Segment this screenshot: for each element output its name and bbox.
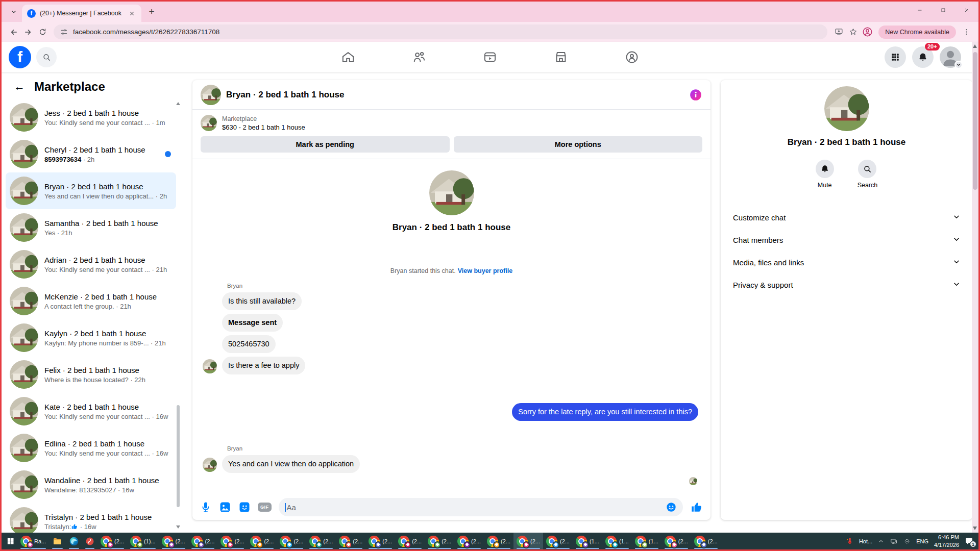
- taskbar-chrome-window[interactable]: (2...: [159, 533, 188, 549]
- scroll-up-arrow[interactable]: [176, 102, 180, 105]
- file-explorer-button[interactable]: [49, 533, 66, 549]
- taskbar-chrome-window[interactable]: (2...: [247, 533, 277, 549]
- browser-tab[interactable]: f (20+) Messenger | Facebook: [22, 5, 141, 22]
- mark-as-pending-button[interactable]: Mark as pending: [201, 136, 450, 153]
- capture-circle-icon[interactable]: [903, 538, 911, 545]
- details-section-privacy-support[interactable]: Privacy & support: [721, 273, 972, 296]
- page-scrollbar[interactable]: [972, 42, 978, 533]
- scroll-thumb[interactable]: [973, 52, 977, 190]
- emoji-icon[interactable]: [666, 502, 677, 513]
- taskbar-chrome-window[interactable]: Ra...: [17, 533, 49, 549]
- forward-button[interactable]: [21, 25, 35, 39]
- taskbar-chrome-window[interactable]: (1...: [632, 533, 662, 549]
- edge-browser-button[interactable]: [66, 533, 82, 549]
- watch-icon[interactable]: [483, 51, 497, 64]
- thermometer-icon[interactable]: [846, 537, 853, 545]
- taskbar-chrome-window[interactable]: (2...: [188, 533, 218, 549]
- update-chrome-pill[interactable]: New Chrome available: [878, 26, 956, 39]
- close-button[interactable]: [955, 2, 978, 19]
- install-icon[interactable]: [831, 25, 846, 39]
- search-in-chat-button[interactable]: Search: [857, 160, 878, 189]
- conversation-item[interactable]: Jess · 2 bed 1 bath 1 houseYou: Kindly s…: [6, 99, 176, 136]
- account-avatar[interactable]: [940, 46, 961, 68]
- taskbar-app-button[interactable]: [82, 533, 97, 549]
- sidebar-scrollbar[interactable]: [176, 102, 181, 529]
- profile-icon[interactable]: [860, 25, 874, 39]
- site-controls-icon[interactable]: [60, 28, 68, 36]
- conversation-item[interactable]: Samantha · 2 bed 1 bath 1 houseYes · 21h: [6, 209, 176, 246]
- notifications-button[interactable]: 20+: [912, 46, 934, 68]
- conversation-item[interactable]: McKenzie · 2 bed 1 bath 1 houseA contact…: [6, 283, 176, 319]
- conversation-item[interactable]: Kaylyn · 2 bed 1 bath 1 houseKaylyn: My …: [6, 319, 176, 356]
- taskbar-chrome-window[interactable]: (1...: [573, 533, 602, 549]
- incoming-message[interactable]: Is there a fee to apply: [222, 357, 305, 374]
- incoming-message[interactable]: 5025465730: [222, 335, 276, 353]
- tray-app-label[interactable]: Hot...: [859, 538, 872, 544]
- message-input[interactable]: Aa: [279, 498, 683, 516]
- scroll-down-arrow[interactable]: [973, 527, 977, 530]
- scroll-down-arrow[interactable]: [176, 525, 180, 529]
- taskbar-chrome-window[interactable]: (2...: [306, 533, 336, 549]
- taskbar-chrome-window[interactable]: (2...: [454, 533, 484, 549]
- taskbar-chrome-window[interactable]: (2...: [691, 533, 721, 549]
- conversation-item[interactable]: Bryan · 2 bed 1 bath 1 houseYes and can …: [6, 172, 176, 209]
- taskbar-chrome-window[interactable]: (2...: [513, 533, 543, 549]
- back-button[interactable]: [7, 25, 21, 39]
- tab-close-icon[interactable]: [128, 9, 136, 18]
- conversation-item[interactable]: Kate · 2 bed 1 bath 1 houseYou: Kindly s…: [6, 393, 176, 430]
- gif-icon[interactable]: GIF: [258, 503, 272, 512]
- taskbar-chrome-window[interactable]: (2...: [543, 533, 573, 549]
- address-bar[interactable]: facebook.com/messages/t/2626227833671170…: [54, 24, 827, 39]
- thumbs-up-icon[interactable]: [690, 500, 703, 514]
- network-icon[interactable]: [890, 538, 898, 545]
- taskbar-chrome-window[interactable]: (2...: [484, 533, 513, 549]
- clock[interactable]: 6:46 PM 4/17/2026: [934, 534, 959, 548]
- tab-search-button[interactable]: [7, 5, 21, 19]
- maximize-button[interactable]: [932, 2, 955, 19]
- more-options-button[interactable]: More options: [454, 136, 703, 153]
- incoming-message[interactable]: Message sent: [222, 314, 283, 332]
- header-search-button[interactable]: [36, 47, 57, 67]
- microphone-icon[interactable]: [200, 501, 212, 513]
- taskbar-chrome-window[interactable]: (1)...: [127, 533, 159, 549]
- minimize-button[interactable]: [908, 2, 932, 19]
- taskbar-chrome-window[interactable]: (1...: [602, 533, 632, 549]
- taskbar-chrome-window[interactable]: (2...: [217, 533, 247, 549]
- taskbar-chrome-window[interactable]: (2...: [277, 533, 306, 549]
- conversation-item[interactable]: Cheryl · 2 bed 1 bath 1 house8593973634 …: [6, 136, 176, 172]
- conversation-item[interactable]: Adrian · 2 bed 1 bath 1 houseYou: Kindly…: [6, 246, 176, 283]
- groups-icon[interactable]: [625, 51, 639, 64]
- conversation-item[interactable]: Wandaline · 2 bed 1 bath 1 houseWandalin…: [6, 466, 176, 503]
- menu-kebab-icon[interactable]: [959, 25, 973, 39]
- start-button[interactable]: [4, 533, 17, 549]
- friends-icon[interactable]: [412, 51, 426, 64]
- incoming-message[interactable]: Yes and can I view then do application: [222, 455, 360, 473]
- apps-grid-button[interactable]: [885, 46, 906, 68]
- back-arrow-icon[interactable]: ←: [14, 80, 25, 93]
- home-icon[interactable]: [341, 51, 355, 64]
- language-indicator[interactable]: ENG: [916, 538, 928, 544]
- view-buyer-profile-link[interactable]: View buyer profile: [458, 267, 512, 274]
- scroll-thumb[interactable]: [177, 405, 180, 508]
- marketplace-icon[interactable]: [554, 51, 568, 64]
- details-section-customize-chat[interactable]: Customize chat: [721, 206, 972, 229]
- bookmark-star-icon[interactable]: [846, 25, 860, 39]
- taskbar-chrome-window[interactable]: (2...: [425, 533, 454, 549]
- image-icon[interactable]: [219, 501, 231, 513]
- conversation-item[interactable]: Edlina · 2 bed 1 bath 1 houseYou: Kindly…: [6, 430, 176, 466]
- sticker-icon[interactable]: [238, 501, 251, 513]
- mute-button[interactable]: Mute: [816, 160, 834, 189]
- details-section-media-files-and-links[interactable]: Media, files and links: [721, 251, 972, 273]
- conversation-info-icon[interactable]: [689, 88, 702, 102]
- details-section-chat-members[interactable]: Chat members: [721, 229, 972, 251]
- notification-center-icon[interactable]: 1: [965, 537, 973, 545]
- chevron-up-icon[interactable]: [878, 538, 884, 544]
- taskbar-chrome-window[interactable]: (2...: [336, 533, 365, 549]
- taskbar-chrome-window[interactable]: (2...: [365, 533, 395, 549]
- new-tab-button[interactable]: +: [144, 5, 159, 19]
- conversation-item[interactable]: Felix · 2 bed 1 bath 1 houseWhere is the…: [6, 356, 176, 393]
- taskbar-chrome-window[interactable]: (2...: [97, 533, 127, 549]
- taskbar-chrome-window[interactable]: (2...: [662, 533, 691, 549]
- outgoing-message[interactable]: Sorry for the late reply, are you still …: [512, 403, 698, 421]
- reload-button[interactable]: [35, 25, 50, 39]
